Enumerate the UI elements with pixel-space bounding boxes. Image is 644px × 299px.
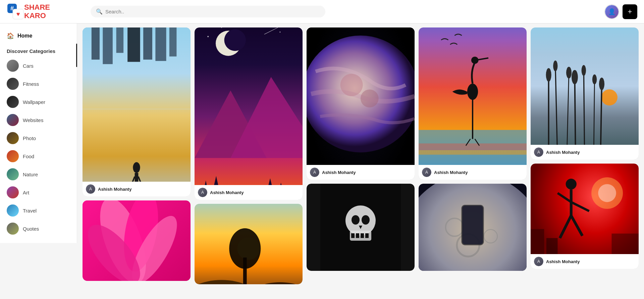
svg-rect-80 xyxy=(462,206,483,244)
svg-rect-67 xyxy=(419,150,527,155)
cars-label: Cars xyxy=(23,63,34,69)
card-avatar-city: A xyxy=(86,184,95,194)
svg-rect-14 xyxy=(135,173,139,182)
svg-rect-61 xyxy=(356,233,359,238)
svg-rect-5 xyxy=(92,27,100,60)
post-reeds[interactable]: A Ashish Mohanty xyxy=(531,27,639,160)
card-author-bird: Ashish Mohanty xyxy=(434,170,468,175)
nature-label: Nature xyxy=(23,172,38,177)
sidebar-wrapper: 🏠 Home Discover Categories Cars Fitness … xyxy=(0,23,77,299)
svg-point-90 xyxy=(566,67,572,78)
art-thumb xyxy=(7,186,19,198)
sidebar-home-label: Home xyxy=(17,33,32,39)
food-thumb xyxy=(7,150,19,162)
svg-rect-66 xyxy=(419,143,527,150)
post-space[interactable]: A Ashish Mohanty xyxy=(195,27,303,200)
sidebar-item-websites[interactable]: Websites xyxy=(0,111,77,129)
svg-point-99 xyxy=(598,184,616,202)
masonry-grid: A Ashish Mohanty xyxy=(83,27,639,284)
user-avatar[interactable]: 👤 xyxy=(604,4,619,19)
svg-rect-106 xyxy=(531,229,544,254)
logo-karo: KARO xyxy=(24,11,46,20)
photo-thumb xyxy=(7,132,19,144)
wallpaper-label: Wallpaper xyxy=(23,99,45,105)
svg-point-31 xyxy=(207,36,209,37)
svg-point-92 xyxy=(582,65,586,76)
svg-point-100 xyxy=(566,179,577,189)
svg-point-69 xyxy=(467,83,478,100)
fitness-thumb xyxy=(7,78,19,90)
logo-share: SHARE xyxy=(24,3,50,11)
nature-thumb xyxy=(7,168,19,180)
card-footer-space: A Ashish Mohanty xyxy=(195,185,303,200)
discover-categories-title: Discover Categories xyxy=(0,43,77,57)
search-bar[interactable]: 🔍 xyxy=(91,6,325,17)
card-footer-city: A Ashish Mohanty xyxy=(83,182,191,196)
svg-point-91 xyxy=(572,70,578,84)
svg-point-95 xyxy=(592,74,597,84)
svg-text:♥: ♥ xyxy=(16,11,20,17)
post-bird[interactable]: A Ashish Mohanty xyxy=(419,27,527,180)
post-sunset-tree[interactable] xyxy=(195,204,303,284)
sidebar-item-cars[interactable]: Cars xyxy=(0,57,77,75)
food-label: Food xyxy=(23,154,34,159)
add-button[interactable]: + xyxy=(623,4,637,19)
svg-point-33 xyxy=(224,29,246,51)
sidebar-item-wallpaper[interactable]: Wallpaper xyxy=(0,93,77,111)
travel-thumb xyxy=(7,204,19,217)
sidebar-item-photo[interactable]: Photo xyxy=(0,129,77,147)
svg-point-13 xyxy=(133,162,140,173)
sidebar: 🏠 Home Discover Categories Cars Fitness … xyxy=(0,23,77,243)
svg-point-30 xyxy=(280,32,281,33)
search-icon: 🔍 xyxy=(96,8,103,15)
sidebar-item-art[interactable]: Art xyxy=(0,183,77,201)
card-author-city: Ashish Mohanty xyxy=(98,187,131,192)
card-author-reeds: Ashish Mohanty xyxy=(546,150,580,155)
post-skull[interactable] xyxy=(307,184,415,271)
card-footer-planet: A Ashish Mohanty xyxy=(307,165,415,180)
card-footer-red-action: A Ashish Mohanty xyxy=(531,254,639,269)
card-avatar-red-action: A xyxy=(534,257,543,266)
svg-rect-108 xyxy=(612,234,639,254)
sidebar-item-quotes[interactable]: Quotes xyxy=(0,220,77,238)
post-flower[interactable] xyxy=(83,200,191,281)
websites-thumb xyxy=(7,114,19,126)
card-author-red-action: Ashish Mohanty xyxy=(546,259,580,264)
card-avatar-bird: A xyxy=(422,168,431,177)
sidebar-item-nature[interactable]: Nature xyxy=(0,165,77,183)
svg-rect-10 xyxy=(155,27,166,61)
header-right: 👤 + xyxy=(604,4,637,19)
svg-point-88 xyxy=(546,68,551,81)
logo-area: # ♥ SHARE KARO xyxy=(7,3,84,20)
post-moon-surface[interactable] xyxy=(419,184,527,271)
sidebar-item-food[interactable]: Food xyxy=(0,147,77,165)
quotes-thumb xyxy=(7,223,19,235)
svg-rect-7 xyxy=(116,27,123,53)
card-author-space: Ashish Mohanty xyxy=(210,190,244,195)
card-avatar-reeds: A xyxy=(534,147,543,157)
svg-point-58 xyxy=(352,215,360,225)
travel-label: Travel xyxy=(23,208,37,214)
post-planet[interactable]: A Ashish Mohanty xyxy=(307,27,415,180)
svg-rect-11 xyxy=(169,27,176,56)
post-city[interactable]: A Ashish Mohanty xyxy=(83,27,191,196)
sidebar-item-fitness[interactable]: Fitness xyxy=(0,75,77,93)
svg-point-48 xyxy=(229,228,261,269)
sidebar-divider xyxy=(76,44,77,67)
sidebar-item-travel[interactable]: Travel xyxy=(0,201,77,220)
svg-rect-6 xyxy=(103,27,113,64)
svg-rect-60 xyxy=(351,233,355,238)
svg-rect-9 xyxy=(143,27,152,60)
post-red-action[interactable]: A Ashish Mohanty xyxy=(531,164,639,269)
logo-text: SHARE KARO xyxy=(24,3,50,19)
art-label: Art xyxy=(23,190,29,195)
sidebar-item-home[interactable]: 🏠 Home xyxy=(0,29,77,43)
search-input[interactable] xyxy=(105,9,320,14)
header: # ♥ SHARE KARO 🔍 👤 + xyxy=(0,0,644,23)
logo-icon: # ♥ xyxy=(7,3,24,20)
card-author-planet: Ashish Mohanty xyxy=(322,170,356,175)
card-footer-reeds: A Ashish Mohanty xyxy=(531,145,639,160)
layout: 🏠 Home Discover Categories Cars Fitness … xyxy=(0,23,644,299)
home-icon: 🏠 xyxy=(7,32,14,40)
card-avatar-space: A xyxy=(198,188,207,197)
